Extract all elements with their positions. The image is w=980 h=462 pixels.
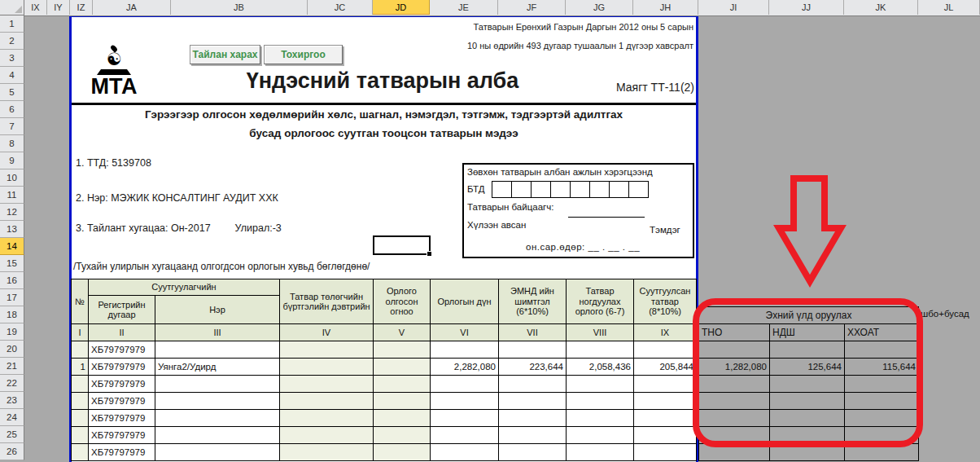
row-header-10[interactable]: 10	[0, 169, 24, 187]
view-report-button[interactable]: Тайлан харах	[190, 45, 260, 64]
table-cell-emnd[interactable]	[499, 427, 567, 444]
table-cell-income[interactable]	[431, 341, 499, 359]
table-cell-book[interactable]	[280, 410, 374, 427]
row-header-13[interactable]: 13	[0, 221, 24, 238]
row-header-24[interactable]: 24	[0, 409, 24, 426]
table-cell-date[interactable]	[374, 341, 431, 359]
select-all-corner[interactable]	[0, 0, 24, 15]
row-header-16[interactable]: 16	[0, 272, 24, 289]
table-cell-income[interactable]: 2,282,080	[431, 359, 499, 376]
row-header-21[interactable]: 21	[0, 358, 24, 375]
column-header-JE[interactable]: JE	[430, 0, 498, 15]
table-cell-income[interactable]	[431, 376, 499, 393]
table-cell-taxable[interactable]	[567, 427, 634, 444]
table-cell-name[interactable]: Уянга2/Удирд	[155, 359, 280, 376]
column-header-JH[interactable]: JH	[633, 0, 698, 15]
column-header-IX[interactable]: IX	[24, 0, 47, 15]
table-cell-book[interactable]	[280, 341, 374, 359]
table-cell-name[interactable]	[155, 376, 280, 393]
row-header-12[interactable]: 12	[0, 204, 24, 221]
row-header-7[interactable]: 7	[0, 118, 24, 135]
table-cell-withheld[interactable]	[634, 393, 697, 410]
table-cell-date[interactable]	[374, 427, 431, 444]
row-header-19[interactable]: 19	[0, 323, 24, 341]
table-cell-withheld[interactable]	[634, 341, 697, 359]
row-header-5[interactable]: 5	[0, 84, 24, 101]
row-header-15[interactable]: 15	[0, 255, 24, 272]
column-header-JK[interactable]: JK	[844, 0, 918, 15]
table-cell-date[interactable]	[374, 444, 431, 461]
row-header-4[interactable]: 4	[0, 67, 24, 84]
table-cell-emnd[interactable]	[499, 376, 567, 393]
row-header-20[interactable]: 20	[0, 341, 24, 358]
table-cell-book[interactable]	[280, 444, 374, 461]
row-header-11[interactable]: 11	[0, 187, 24, 204]
table-cell-name[interactable]	[155, 410, 280, 427]
table-cell-book[interactable]	[280, 376, 374, 393]
column-header-JB[interactable]: JB	[171, 0, 308, 15]
table-cell-income[interactable]	[431, 427, 499, 444]
row-header-14[interactable]: 14	[0, 238, 24, 255]
table-cell-date[interactable]	[374, 376, 431, 393]
table-cell-withheld[interactable]	[634, 376, 697, 393]
table-cell-name[interactable]	[155, 427, 280, 444]
column-header-JJ[interactable]: JJ	[769, 0, 844, 15]
table-cell-withheld[interactable]	[634, 427, 697, 444]
table-cell-income[interactable]	[431, 393, 499, 410]
column-header-JG[interactable]: JG	[566, 0, 633, 15]
row-header-9[interactable]: 9	[0, 152, 24, 169]
row-header-2[interactable]: 2	[0, 33, 24, 50]
column-header-JL[interactable]: JL	[918, 0, 980, 15]
table-cell-taxable[interactable]	[567, 410, 634, 427]
row-header-25[interactable]: 25	[0, 426, 24, 443]
table-cell-income[interactable]	[431, 410, 499, 427]
table-cell-taxable[interactable]: 2,058,436	[567, 359, 634, 376]
table-cell-withheld[interactable]	[634, 444, 697, 461]
table-cell-emnd[interactable]	[499, 444, 567, 461]
table-cell-no[interactable]	[72, 410, 89, 427]
table-cell-register[interactable]: ХБ79797979	[89, 410, 155, 427]
column-header-JD[interactable]: JD	[373, 0, 430, 15]
row-header-3[interactable]: 3	[0, 50, 24, 67]
selected-cell[interactable]	[373, 235, 431, 255]
table-cell-emnd[interactable]	[499, 341, 567, 359]
table-cell-emnd[interactable]	[499, 393, 567, 410]
table-cell-no[interactable]	[72, 444, 89, 461]
table-cell-book[interactable]	[280, 427, 374, 444]
table-cell-register[interactable]: ХБ79797979	[89, 444, 155, 461]
row-header-22[interactable]: 22	[0, 375, 24, 392]
table-cell-no[interactable]	[72, 341, 89, 359]
table-cell-book[interactable]	[280, 359, 374, 376]
settings-button[interactable]: Тохиргоо	[264, 45, 343, 64]
table-cell-taxable[interactable]	[567, 444, 634, 461]
table-cell-taxable[interactable]	[567, 341, 634, 359]
table-cell-register[interactable]: ХБ79797979	[89, 427, 155, 444]
table-cell-date[interactable]	[374, 410, 431, 427]
row-header-23[interactable]: 23	[0, 392, 24, 409]
table-cell-no[interactable]	[72, 393, 89, 410]
column-header-IZ[interactable]: IZ	[70, 0, 93, 15]
table-cell-date[interactable]	[374, 359, 431, 376]
table-cell-date[interactable]	[374, 393, 431, 410]
column-header-JI[interactable]: JI	[698, 0, 769, 15]
table-cell-taxable[interactable]	[567, 393, 634, 410]
table-cell-emnd[interactable]	[499, 410, 567, 427]
column-header-JC[interactable]: JC	[308, 0, 373, 15]
row-header-6[interactable]: 6	[0, 101, 24, 118]
table-cell-withheld[interactable]	[634, 410, 697, 427]
table-cell-register[interactable]: ХБ79797979	[89, 393, 155, 410]
table-cell-emnd[interactable]: 223,644	[499, 359, 567, 376]
column-header-IY[interactable]: IY	[47, 0, 70, 15]
table-cell-taxable[interactable]	[567, 376, 634, 393]
column-header-JA[interactable]: JA	[93, 0, 171, 15]
table-cell-register[interactable]: ХБ79797979	[89, 359, 155, 376]
row-header-18[interactable]: 18	[0, 306, 24, 323]
table-cell-name[interactable]	[155, 444, 280, 461]
row-header-17[interactable]: 17	[0, 289, 24, 306]
table-cell-income[interactable]	[431, 444, 499, 461]
row-header-1[interactable]: 1	[0, 15, 24, 33]
row-header-26[interactable]: 26	[0, 443, 24, 460]
column-header-JF[interactable]: JF	[498, 0, 566, 15]
table-cell-name[interactable]	[155, 393, 280, 410]
row-header-8[interactable]: 8	[0, 135, 24, 152]
